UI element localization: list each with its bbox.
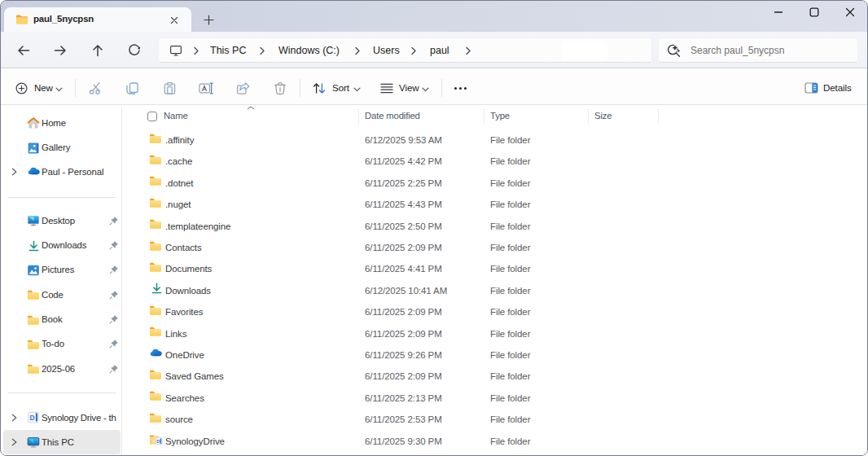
svg-text:D: D <box>30 414 35 422</box>
svg-text:D: D <box>156 438 160 443</box>
